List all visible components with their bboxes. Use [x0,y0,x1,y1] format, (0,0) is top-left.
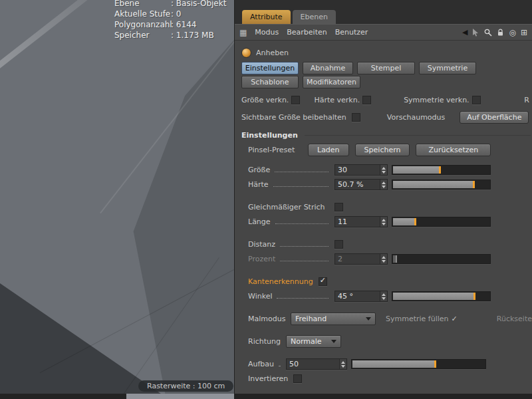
prozent-stepper [380,254,387,264]
symmetrie-fuellen-label: Symmetrie füllen [386,315,449,323]
haerte-field[interactable]: 50.7 % [334,179,388,190]
prozent-label: Prozent [248,255,275,263]
kantenerkennung-checkbox[interactable] [319,277,327,286]
param-row-invertieren: Invertieren [248,372,532,385]
richtung-value: Normale [291,337,322,346]
chevron-down-icon [331,340,336,343]
visible-size-row: Sichtbare Größe beibehalten Vorschaumodu… [241,111,532,123]
laenge-value[interactable]: 11 [335,217,380,226]
dotted-leader [275,166,329,172]
aufbau-stepper[interactable] [339,359,346,369]
dotted-leader [277,293,329,299]
object-edge-highlight [0,0,118,74]
viewport-3d[interactable]: Ebene : Basis-Objekt Aktuelle Stufe : 0 … [0,0,234,399]
param-row-winkel: Winkel 45 ° [248,290,532,303]
menu-bearbeiten[interactable]: Bearbeiten [287,28,327,37]
laenge-field[interactable]: 11 [334,216,388,227]
viewport-hud: Ebene : Basis-Objekt Aktuelle Stufe : 0 … [114,0,226,41]
groesse-value[interactable]: 30 [335,166,380,174]
haerte-label: Härte [248,180,269,189]
mode-tab-stempel[interactable]: Stempel [357,62,415,74]
richtung-dropdown[interactable]: Normale [286,335,341,348]
winkel-value[interactable]: 45 ° [335,292,380,301]
clipped-label-r: R [524,96,529,104]
laden-button[interactable]: Laden [308,144,349,156]
hud-label: Aktuelle Stufe [114,9,171,19]
cursor-icon[interactable] [472,29,479,37]
raster-width-badge: Rasterweite : 100 cm [138,380,233,392]
vorschaumodus-label: Vorschaumodus [387,113,446,122]
link-checkboxes-row: Größe verkn. Härte verkn. Symmetrie verk… [241,95,531,105]
mode-tab-einstellungen[interactable]: Einstellungen [241,62,299,74]
groesse-verkn-checkbox[interactable] [291,96,300,104]
laenge-slider[interactable] [392,217,491,227]
sichtbare-groesse-checkbox[interactable] [352,113,360,122]
mode-tab-schablone[interactable]: Schablone [241,76,299,88]
laenge-stepper[interactable] [380,217,387,227]
active-tool-row: Anheben [241,45,532,60]
distanz-checkbox[interactable] [334,240,343,249]
mode-tab-symmetrie[interactable]: Symmetrie [419,62,476,74]
panel-content: Anheben Einstellungen Abnahme Stempel Sy… [235,41,532,394]
mode-tabs-row2: Schablone Modifikatoren [241,76,532,88]
menu-benutzer[interactable]: Benutzer [335,28,368,37]
zuruecksetzen-button[interactable]: Zurücksetzen [416,144,491,156]
aufbau-field[interactable]: 50 [286,358,347,370]
panel-grid-icon[interactable]: ▦ [239,29,247,37]
invertieren-checkbox[interactable] [293,374,302,383]
hud-row-speicher: Speicher : 1.173 MB [114,30,226,41]
tab-attribute[interactable]: Attribute [242,10,291,24]
sichtbare-groesse-label: Sichtbare Größe beibehalten [241,113,346,122]
prozent-slider [392,254,491,264]
pinsel-preset-label: Pinsel-Preset [248,146,302,154]
mode-tab-modifikatoren[interactable]: Modifikatoren [303,76,360,88]
winkel-slider[interactable] [392,291,491,301]
haerte-slider[interactable] [392,180,491,190]
hud-value: : Basis-Objekt [171,0,226,9]
aufbau-value[interactable]: 50 [287,360,339,368]
vorschaumodus-button[interactable]: Auf Oberfläche [460,111,529,124]
lock-icon[interactable] [497,29,504,37]
aufbau-slider[interactable] [351,359,486,369]
winkel-field[interactable]: 45 ° [334,291,388,302]
symmetrie-fuellen-check-icon[interactable]: ✓ [452,315,458,323]
menubar-icons: ◀ ◎ ⊞ [462,29,527,37]
menu-modus[interactable]: Modus [255,28,279,37]
malmodus-value: Freihand [295,315,327,323]
record-icon[interactable]: ◎ [509,29,515,37]
aufbau-label: Aufbau [248,360,274,368]
hud-value: : 0 [171,9,182,19]
bottom-scrollbar[interactable] [126,394,234,399]
strich-checkbox[interactable] [334,203,343,211]
groesse-stepper[interactable] [380,165,387,175]
param-row-laenge: Länge 11 [248,215,532,228]
tab-ebenen[interactable]: Ebenen [293,10,336,24]
haerte-verkn-checkbox[interactable] [362,96,371,104]
speichern-button[interactable]: Speichern [355,144,410,156]
search-icon[interactable] [484,29,492,37]
strich-label: Gleichmäßiger Strich [248,203,325,211]
invertieren-label: Invertieren [248,374,288,383]
groesse-field[interactable]: 30 [334,164,388,176]
panel-tabbar: Attribute Ebenen [235,0,532,24]
malmodus-dropdown[interactable]: Freihand [291,313,376,325]
section-header-einstellungen: Einstellungen [241,131,532,140]
tool-name: Anheben [256,49,289,57]
param-row-prozent: Prozent 2 [248,253,532,265]
dotted-leader [280,241,329,247]
laenge-label: Länge [248,217,271,226]
winkel-stepper[interactable] [380,291,387,301]
haerte-value[interactable]: 50.7 % [335,180,380,189]
hud-value: : 6144 [171,19,196,30]
symmetrie-verkn-checkbox[interactable] [472,96,481,104]
groesse-slider[interactable] [392,165,491,175]
hud-row-polygonanzahl: Polygonanzahl : 6144 [114,19,226,30]
add-panel-icon[interactable]: ⊞ [521,29,527,37]
history-back-icon[interactable]: ◀ [462,29,467,36]
mode-tab-abnahme[interactable]: Abnahme [303,62,353,74]
haerte-stepper[interactable] [380,180,387,190]
hud-row-ebene: Ebene : Basis-Objekt [114,0,226,9]
richtung-label: Richtung [248,337,286,346]
prozent-value: 2 [335,255,380,263]
dotted-leader [273,181,329,187]
